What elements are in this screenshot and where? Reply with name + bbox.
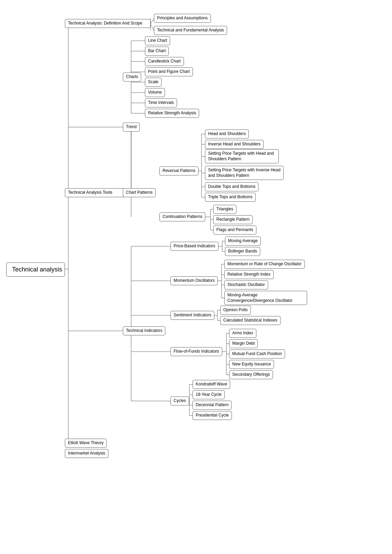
- sentiment-node: Sentiment Indicators: [170, 311, 214, 320]
- triple-tops-node: Triple Tops and Bottoms: [205, 193, 256, 202]
- flow-funds-node: Flow-of-Funds Indicators: [170, 347, 222, 356]
- charts-node: Charts: [123, 73, 141, 82]
- decennial-node: Decennial Pattern: [193, 401, 232, 410]
- root-node: Technical analysis: [6, 262, 65, 277]
- line-chart-node: Line Chart: [145, 36, 170, 45]
- rsi-node: Relative Strength Index: [224, 270, 274, 279]
- flags-pennants-node: Flags and Pennants: [213, 226, 256, 235]
- new-equity-node: New Equity Issuance: [229, 360, 274, 369]
- head-shoulders-node: Head and Shoulders: [205, 130, 249, 138]
- mind-map: Technical analysis Technical Analysis: D…: [0, 0, 392, 554]
- mutual-fund-node: Mutual Fund Cash Position: [229, 350, 285, 359]
- svg-line-4: [150, 18, 154, 24]
- set-price-ihs-node: Setting Price Targets with Inverse Head …: [205, 166, 284, 180]
- candlestick-node: Candlestick Chart: [145, 57, 184, 66]
- stochastic-node: Stochastic Oscillator: [224, 280, 268, 289]
- kondratieff-node: Kondratieff Wave: [193, 380, 230, 389]
- calc-stat-node: Calculated Statistical Indexes: [220, 316, 281, 325]
- point-figure-node: Point and Figure Chart: [145, 67, 193, 76]
- price-based-node: Price-Based Indicators: [170, 242, 218, 251]
- elliott-wave-node: Elliott Wave Theory: [65, 439, 107, 448]
- continuation-patterns-node: Continuation Patterns: [159, 212, 205, 221]
- momentum-osc-node: Momentum Oscillators: [170, 276, 218, 285]
- bar-chart-node: Bar Chart: [145, 47, 169, 56]
- ta-definition-node: Technical Analysis: Definition And Scope: [65, 19, 150, 28]
- reversal-patterns-node: Reversal Patterns: [159, 166, 198, 175]
- chart-patterns-node: Chart Patterns: [123, 188, 156, 197]
- set-price-hs-node: Setting Price Targets with Head and Shou…: [205, 149, 279, 163]
- year18-node: 18-Year Cycle: [193, 390, 225, 399]
- macd-node: Moving-Average Convergence/Divergence Os…: [224, 291, 307, 305]
- trend-node: Trend: [123, 123, 140, 132]
- sec-offerings-node: Secondary Offerings: [229, 370, 273, 379]
- cycles-node: Cycles: [170, 397, 189, 405]
- tech-indicators-node: Technical Indicators: [123, 326, 165, 335]
- triangles-node: Triangles: [213, 205, 236, 214]
- double-tops-node: Double Tops and Bottoms: [205, 182, 258, 191]
- ta-tools-node: Technical Analysis Tools: [65, 188, 126, 197]
- svg-line-5: [150, 24, 154, 30]
- time-intervals-node: Time Intervals: [145, 98, 177, 107]
- scale-node: Scale: [145, 78, 161, 87]
- rel-strength-node: Relative Strength Analysis: [145, 109, 199, 118]
- tech-fund-node: Technical and Fundamental Analysis: [154, 26, 227, 35]
- volume-node: Volume: [145, 88, 165, 97]
- intermarket-node: Intermarket Analysis: [65, 449, 108, 458]
- margin-debt-node: Margin Debt: [229, 339, 258, 348]
- momentum-roc-node: Momentum or Rate of Change Oscillator: [224, 260, 305, 269]
- arms-index-node: Arms Index: [229, 329, 256, 338]
- principles-node: Principles and Assumptions: [154, 14, 211, 23]
- inv-head-shoulders-node: Inverse Head and Shoulders: [205, 140, 264, 149]
- presidential-node: Presidential Cycle: [193, 411, 232, 420]
- bollinger-node: Bollinger Bands: [225, 247, 260, 256]
- rectangle-pattern-node: Rectangle Pattern: [213, 215, 253, 224]
- opinion-polls-node: Opinion Polls: [220, 306, 251, 315]
- moving-avg-node: Moving Average: [225, 237, 261, 246]
